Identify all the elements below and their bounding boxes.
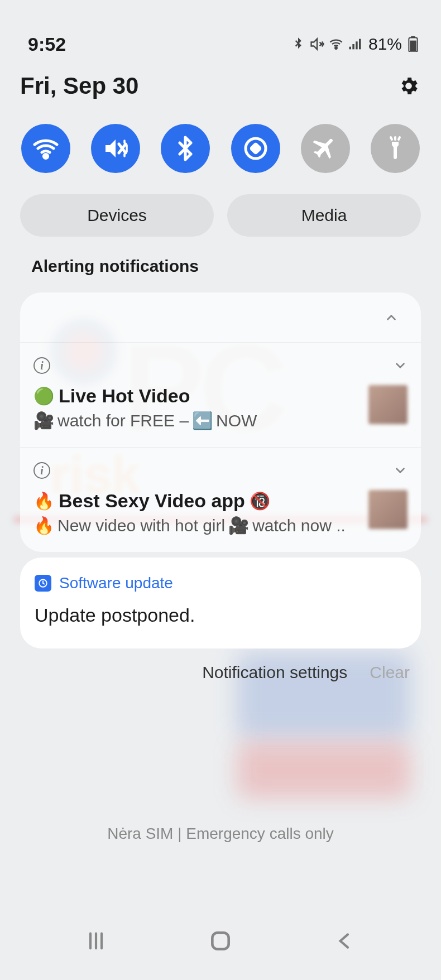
chevron-down-icon [393, 463, 408, 478]
flashlight-icon [382, 135, 409, 162]
update-app-name: Software update [59, 574, 173, 592]
qs-bluetooth-toggle[interactable] [161, 124, 210, 173]
gear-icon [397, 75, 420, 97]
qs-flashlight-toggle[interactable] [371, 124, 420, 173]
wifi-icon [32, 135, 59, 162]
svg-rect-3 [356, 41, 358, 49]
camera-icon: 🎥 [228, 517, 249, 534]
bluetooth-icon [172, 135, 199, 162]
fire-icon: 🔥 [33, 517, 54, 534]
notification-item[interactable]: i 🔥 Best Sexy Video app 🔞 🔥 New video wi… [20, 448, 421, 552]
notification-body: 🎥 watch for FREE – ⬅️ NOW [33, 411, 358, 430]
devices-button[interactable]: Devices [20, 194, 214, 237]
recents-button[interactable] [74, 919, 118, 963]
clear-button[interactable]: Clear [370, 663, 410, 682]
notification-thumbnail [368, 385, 408, 424]
svg-rect-4 [359, 39, 361, 50]
airplane-icon [312, 135, 339, 162]
autorotate-icon [242, 135, 269, 162]
back-icon [334, 930, 356, 952]
mute-vibrate-icon [309, 36, 325, 52]
chevron-up-icon [384, 310, 399, 325]
status-time: 9:52 [28, 33, 66, 55]
status-icons: 81% [290, 35, 421, 54]
battery-icon [405, 36, 421, 52]
back-button[interactable] [323, 919, 367, 963]
notification-item[interactable]: i 🟢 Live Hot Video 🎥 watch for FREE – ⬅️… [20, 343, 421, 448]
qs-wifi-toggle[interactable] [21, 124, 70, 173]
arrow-left-icon: ⬅️ [192, 412, 213, 429]
svg-rect-12 [212, 933, 228, 949]
recents-icon [85, 930, 107, 952]
svg-point-0 [335, 47, 337, 49]
notification-group: i 🟢 Live Hot Video 🎥 watch for FREE – ⬅️… [20, 292, 421, 552]
wifi-icon [328, 36, 344, 52]
date-text: Fri, Sep 30 [20, 73, 138, 99]
info-icon: i [33, 357, 50, 374]
navigation-bar [0, 902, 441, 980]
settings-button[interactable] [396, 74, 421, 98]
status-bar: 9:52 81% [20, 0, 421, 56]
notification-body: 🔥 New video with hot girl 🎥 watch now .. [33, 516, 358, 535]
svg-rect-2 [352, 44, 354, 49]
home-button[interactable] [198, 919, 243, 963]
sim-status-text: Nėra SIM | Emergency calls only [0, 825, 441, 843]
notification-group-header[interactable] [20, 292, 421, 343]
notification-body-text: watch for FREE – [57, 411, 189, 430]
home-icon [208, 929, 233, 953]
battery-percent: 81% [368, 35, 402, 54]
notification-title-text: Live Hot Video [59, 385, 190, 407]
no-under-18-icon: 🔞 [250, 493, 270, 510]
signal-icon [347, 36, 363, 52]
update-app-icon [35, 575, 51, 592]
qs-autorotate-toggle[interactable] [231, 124, 280, 173]
notification-title-text: Best Sexy Video app [59, 490, 245, 512]
notification-thumbnail [368, 490, 408, 529]
update-body-text: Update postponed. [35, 604, 406, 626]
svg-rect-10 [251, 144, 260, 153]
svg-rect-7 [410, 41, 416, 51]
svg-point-8 [44, 154, 47, 158]
notification-settings-button[interactable]: Notification settings [202, 663, 347, 682]
qs-airplane-toggle[interactable] [301, 124, 350, 173]
fire-icon: 🔥 [33, 493, 54, 510]
notification-body-text: New video with hot girl [57, 516, 225, 535]
software-update-notification[interactable]: Software update Update postponed. [20, 558, 421, 648]
media-button[interactable]: Media [227, 194, 421, 237]
notification-title: 🔥 Best Sexy Video app 🔞 [33, 490, 358, 512]
notification-body-text-2: NOW [216, 411, 257, 430]
quick-settings-row [20, 124, 421, 173]
qs-sound-toggle[interactable] [91, 124, 140, 173]
alerting-section-title: Alerting notifications [31, 257, 421, 276]
notification-body-text-2: watch now .. [252, 516, 346, 535]
notification-title: 🟢 Live Hot Video [33, 385, 358, 407]
green-circle-icon: 🟢 [33, 388, 54, 405]
info-icon: i [33, 462, 50, 479]
mute-icon [102, 135, 129, 162]
bluetooth-icon [290, 36, 306, 52]
camera-icon: 🎥 [33, 412, 54, 429]
svg-rect-1 [349, 47, 351, 50]
chevron-down-icon [393, 358, 408, 373]
